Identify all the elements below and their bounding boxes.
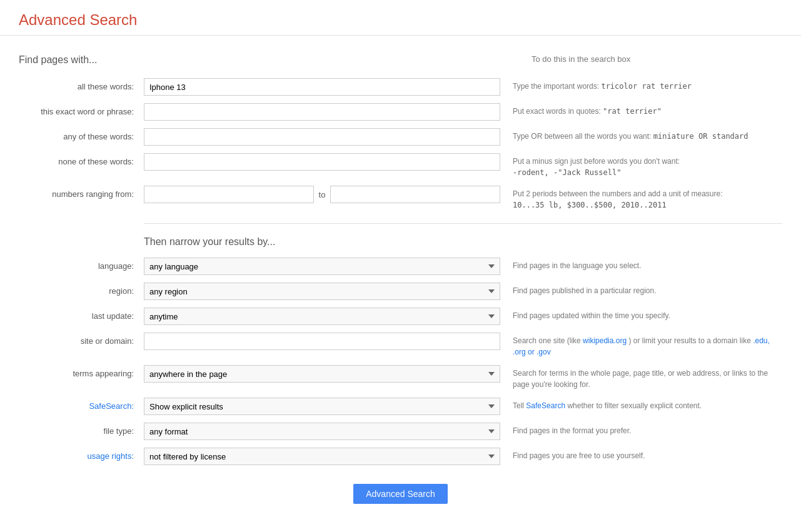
safesearch-select[interactable]: Show explicit results Filter explicit re… — [144, 398, 500, 415]
usage-rights-hint: Find pages you are free to use yourself. — [500, 448, 782, 461]
right-column-title: To do this in the search box — [531, 54, 630, 64]
site-domain-row: site or domain: Search one site (like wi… — [19, 333, 782, 358]
language-hint: Find pages in the language you select. — [500, 258, 782, 271]
region-row: region: any region United States United … — [19, 283, 782, 300]
submit-row: Advanced Search — [19, 484, 782, 504]
exact-phrase-input-area — [144, 103, 500, 121]
file-type-hint: Find pages in the format you prefer. — [500, 423, 782, 436]
language-select-area: any language English French German Spani… — [144, 258, 500, 275]
site-domain-input-area — [144, 333, 500, 350]
safesearch-hint: Tell SafeSearch whether to filter sexual… — [500, 398, 782, 411]
file-type-select[interactable]: any format PDF (.pdf) Word (.doc) Excel … — [144, 423, 500, 440]
language-label: language: — [19, 258, 144, 271]
terms-appearing-select-area: anywhere in the page in the title of the… — [144, 365, 500, 383]
none-words-hint: Put a minus sign just before words you d… — [500, 153, 782, 178]
narrow-results-title: Then narrow your results by... — [144, 236, 782, 248]
any-words-label: any of these words: — [19, 128, 144, 141]
usage-rights-row: usage rights: not filtered by license fr… — [19, 448, 782, 465]
safesearch-label: SafeSearch: — [19, 398, 144, 411]
exact-phrase-input[interactable] — [144, 103, 500, 121]
page-header: Advanced Search — [0, 0, 801, 36]
numbers-range-input-area: to — [144, 186, 500, 203]
last-update-row: last update: anytime past 24 hours past … — [19, 308, 782, 325]
none-words-input-area — [144, 153, 500, 171]
language-row: language: any language English French Ge… — [19, 258, 782, 275]
main-content: Find pages with... To do this in the sea… — [0, 36, 801, 523]
last-update-label: last update: — [19, 308, 144, 321]
range-to-label: to — [319, 190, 326, 199]
region-hint: Find pages published in a particular reg… — [500, 283, 782, 296]
any-words-hint: Type OR between all the words you want: … — [500, 128, 782, 142]
safesearch-hint-link: SafeSearch — [526, 401, 565, 410]
last-update-select[interactable]: anytime past 24 hours past week past mon… — [144, 308, 500, 325]
all-these-words-input[interactable] — [144, 78, 500, 96]
all-these-words-row: all these words: Type the important word… — [19, 78, 782, 96]
file-type-row: file type: any format PDF (.pdf) Word (.… — [19, 423, 782, 440]
find-pages-section-title: Find pages with... — [19, 54, 97, 65]
safesearch-select-area: Show explicit results Filter explicit re… — [144, 398, 500, 415]
any-words-input[interactable] — [144, 128, 500, 146]
language-select[interactable]: any language English French German Spani… — [144, 258, 500, 275]
find-pages-header-right: To do this in the search box — [519, 54, 782, 66]
region-select[interactable]: any region United States United Kingdom … — [144, 283, 500, 300]
terms-appearing-row: terms appearing: anywhere in the page in… — [19, 365, 782, 390]
numbers-range-inputs: to — [144, 186, 500, 203]
find-pages-header-row: Find pages with... To do this in the sea… — [19, 54, 782, 66]
section-divider — [144, 223, 782, 224]
any-words-row: any of these words: Type OR between all … — [19, 128, 782, 146]
numbers-from-input[interactable] — [144, 186, 314, 203]
region-select-area: any region United States United Kingdom … — [144, 283, 500, 300]
find-pages-header-left: Find pages with... — [19, 54, 519, 66]
any-words-input-area — [144, 128, 500, 146]
file-type-select-area: any format PDF (.pdf) Word (.doc) Excel … — [144, 423, 500, 440]
region-label: region: — [19, 283, 144, 296]
safesearch-row: SafeSearch: Show explicit results Filter… — [19, 398, 782, 415]
all-these-words-input-area — [144, 78, 500, 96]
numbers-to-input[interactable] — [330, 186, 500, 203]
all-these-words-label: all these words: — [19, 78, 144, 91]
file-type-label: file type: — [19, 423, 144, 436]
exact-phrase-row: this exact word or phrase: Put exact wor… — [19, 103, 782, 121]
site-domain-hint-site: wikipedia.org — [583, 336, 627, 345]
site-domain-hint: Search one site (like wikipedia.org ) or… — [500, 333, 782, 358]
none-words-input[interactable] — [144, 153, 500, 171]
numbers-range-hint: Put 2 periods between the numbers and ad… — [500, 186, 782, 211]
exact-phrase-label: this exact word or phrase: — [19, 103, 144, 116]
page-title: Advanced Search — [19, 11, 782, 29]
exact-phrase-hint: Put exact words in quotes: "rat terrier" — [500, 103, 782, 117]
terms-appearing-select[interactable]: anywhere in the page in the title of the… — [144, 365, 500, 383]
none-words-label: none of these words: — [19, 153, 144, 166]
last-update-select-area: anytime past 24 hours past week past mon… — [144, 308, 500, 325]
site-domain-input[interactable] — [144, 333, 500, 350]
none-words-row: none of these words: Put a minus sign ju… — [19, 153, 782, 178]
numbers-range-row: numbers ranging from: to Put 2 periods b… — [19, 186, 782, 211]
usage-rights-select[interactable]: not filtered by license free to use or s… — [144, 448, 500, 465]
last-update-hint: Find pages updated within the time you s… — [500, 308, 782, 321]
numbers-range-label: numbers ranging from: — [19, 186, 144, 199]
terms-appearing-label: terms appearing: — [19, 365, 144, 378]
all-these-words-hint: Type the important words: tricolor rat t… — [500, 78, 782, 92]
advanced-search-button[interactable]: Advanced Search — [353, 484, 448, 504]
terms-appearing-hint: Search for terms in the whole page, page… — [500, 365, 782, 390]
site-domain-label: site or domain: — [19, 333, 144, 346]
usage-rights-label: usage rights: — [19, 448, 144, 461]
site-domain-hint-domains: .edu, .org or .gov — [513, 336, 770, 356]
usage-rights-select-area: not filtered by license free to use or s… — [144, 448, 500, 465]
